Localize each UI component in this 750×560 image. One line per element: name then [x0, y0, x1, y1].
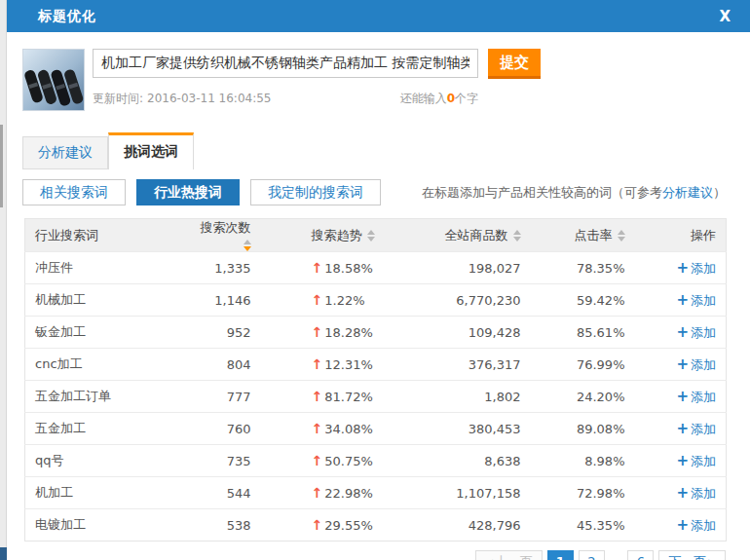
remaining-count: 0 [447, 92, 455, 105]
product-count-cell: 198,027 [411, 252, 544, 284]
search-count-cell: 1,146 [201, 284, 271, 317]
keyword-cell: cnc加工 [25, 349, 201, 381]
tab-analysis-suggestions[interactable]: 分析建议 [22, 136, 108, 169]
search-count-cell: 760 [201, 413, 271, 445]
table-row: 五金加工订单 777 ↑81.72% 1,802 24.20% +添加 [25, 381, 727, 413]
search-trend-cell: ↑34.08% [271, 413, 411, 445]
modal-title: 标题优化 [38, 8, 96, 25]
add-button[interactable]: +添加 [676, 518, 716, 533]
table-row: 钣金加工 952 ↑18.28% 109,428 85.61% +添加 [25, 317, 727, 349]
plus-icon: + [676, 420, 689, 437]
col-header-action: 操作 [643, 219, 727, 252]
keyword-cell: 机械加工 [25, 284, 201, 317]
remaining-chars: 还能输入0个字 [400, 91, 478, 107]
background-scrollbar-fragment [0, 125, 3, 207]
search-count-cell: 1,335 [201, 252, 271, 284]
add-button[interactable]: +添加 [676, 454, 716, 468]
update-time: 更新时间:2016-03-11 16:04:55 [93, 91, 272, 107]
product-count-cell: 6,770,230 [411, 284, 544, 317]
action-cell: +添加 [643, 284, 727, 317]
filter-my-custom-words[interactable]: 我定制的搜索词 [250, 179, 381, 205]
title-optimization-modal: 标题优化 X [7, 0, 750, 560]
filter-row: 相关搜索词 行业热搜词 我定制的搜索词 在标题添加与产品相关性较高的词（可参考分… [22, 179, 726, 205]
action-cell: +添加 [643, 349, 727, 381]
action-cell: +添加 [643, 317, 727, 349]
col-header-ctr[interactable]: 点击率 [544, 219, 643, 252]
plus-icon: + [676, 484, 689, 502]
plus-icon: + [676, 291, 689, 309]
prev-page-button[interactable]: ◀上一页 [475, 550, 543, 560]
background-page-fragment [0, 547, 7, 560]
col-header-search-count[interactable]: 搜索次数 [201, 219, 271, 252]
page-button-6[interactable]: 6 [627, 550, 654, 560]
add-button[interactable]: +添加 [676, 357, 716, 372]
col-header-product-count[interactable]: 全站商品数 [411, 219, 544, 252]
analysis-suggestions-link[interactable]: 分析建议 [662, 185, 713, 200]
table-row: 冲压件 1,335 ↑18.58% 198,027 78.35% +添加 [25, 252, 727, 284]
col-header-search-trend[interactable]: 搜索趋势 [271, 219, 411, 252]
tab-pick-words[interactable]: 挑词选词 [108, 132, 194, 169]
search-trend-cell: ↑18.28% [271, 317, 411, 349]
submit-button[interactable]: 提交 [488, 49, 541, 79]
plus-icon: + [676, 323, 689, 341]
add-button[interactable]: +添加 [676, 422, 716, 436]
filter-related-search-words[interactable]: 相关搜索词 [22, 179, 126, 205]
search-count-cell: 538 [201, 509, 271, 541]
trend-up-icon: ↑ [312, 260, 323, 276]
page-button-2[interactable]: 2 [579, 550, 605, 560]
sort-icon[interactable] [618, 230, 625, 242]
search-trend-cell: ↑1.22% [271, 284, 411, 317]
product-count-cell: 1,107,158 [411, 477, 544, 509]
product-count-cell: 1,802 [411, 381, 544, 413]
pagination: ◀上一页 1 2 ... 6 下一页▶ [7, 550, 726, 560]
next-page-button[interactable]: 下一页▶ [658, 550, 726, 560]
ctr-cell: 85.61% [544, 317, 643, 349]
search-trend-cell: ↑22.98% [271, 477, 411, 509]
sort-icon[interactable] [367, 230, 375, 242]
action-cell: +添加 [643, 445, 727, 477]
sort-icon[interactable] [513, 230, 521, 242]
table-row: 五金加工 760 ↑34.08% 380,453 89.08% +添加 [25, 413, 727, 445]
plus-icon: + [676, 516, 689, 534]
page-button-1[interactable]: 1 [547, 550, 574, 560]
add-button[interactable]: +添加 [676, 261, 716, 276]
action-cell: +添加 [643, 413, 727, 445]
add-button[interactable]: +添加 [676, 293, 716, 308]
search-count-cell: 804 [201, 349, 271, 381]
add-button[interactable]: +添加 [676, 390, 716, 404]
search-trend-cell: ↑12.31% [271, 349, 411, 381]
keyword-cell: 机加工 [25, 477, 201, 509]
search-trend-cell: ↑50.75% [271, 445, 411, 477]
add-button[interactable]: +添加 [676, 325, 716, 340]
sort-icon[interactable] [244, 240, 251, 251]
hint-text: 在标题添加与产品相关性较高的词（可参考分析建议） [422, 184, 726, 202]
table-row: 机械加工 1,146 ↑1.22% 6,770,230 59.42% +添加 [25, 284, 727, 317]
table-row: 电镀加工 538 ↑29.55% 428,796 45.35% +添加 [25, 509, 727, 541]
col-header-keyword: 行业搜索词 [25, 219, 201, 252]
background-page-strip [0, 0, 7, 560]
trend-up-icon: ↑ [312, 453, 323, 468]
action-cell: +添加 [643, 252, 727, 284]
search-count-cell: 777 [201, 381, 271, 413]
filter-industry-hot-words[interactable]: 行业热搜词 [136, 179, 240, 205]
page-ellipsis: ... [608, 555, 622, 560]
close-icon[interactable]: X [719, 8, 731, 25]
product-title-input[interactable] [93, 49, 478, 78]
plus-icon: + [676, 355, 689, 373]
trend-up-icon: ↑ [312, 389, 323, 404]
trend-up-icon: ↑ [312, 517, 323, 533]
trend-up-icon: ↑ [312, 485, 323, 501]
table-row: qq号 735 ↑50.75% 8,638 8.98% +添加 [25, 445, 727, 477]
search-trend-cell: ↑29.55% [271, 509, 411, 541]
title-editor: 提交 更新时间:2016-03-11 16:04:55 还能输入0个字 [22, 49, 750, 111]
ctr-cell: 89.08% [544, 413, 643, 445]
ctr-cell: 72.98% [544, 477, 643, 509]
title-editor-main: 提交 更新时间:2016-03-11 16:04:55 还能输入0个字 [93, 49, 541, 111]
keyword-cell: 冲压件 [25, 252, 201, 284]
add-button[interactable]: +添加 [676, 486, 716, 501]
product-count-cell: 8,638 [411, 445, 544, 477]
plus-icon: + [676, 452, 689, 469]
ctr-cell: 8.98% [544, 445, 643, 477]
modal-header: 标题优化 X [7, 0, 750, 32]
table-body: 冲压件 1,335 ↑18.58% 198,027 78.35% +添加 机械加… [25, 252, 727, 541]
